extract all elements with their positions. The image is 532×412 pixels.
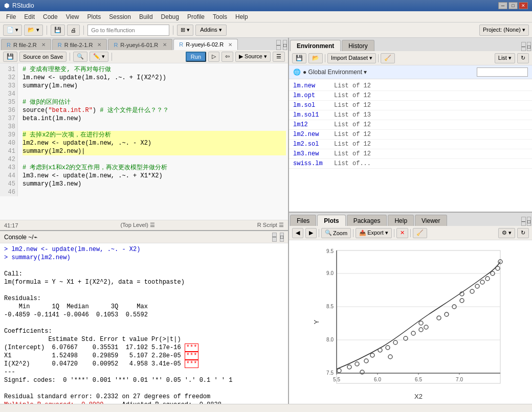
tab-environment[interactable]: Environment <box>290 40 341 51</box>
tab-close-2[interactable]: ✕ <box>97 42 101 48</box>
maximize-editor-button[interactable]: □ <box>283 40 287 50</box>
env-item-lm-sol[interactable]: lm.sol List of 12 <box>289 101 532 110</box>
broom-button[interactable]: 🧹 <box>413 228 427 238</box>
cursor-position: 41:17 <box>4 222 18 228</box>
run-button[interactable]: Run <box>186 52 206 62</box>
env-item-lm-opt[interactable]: lm.opt List of 12 <box>289 91 532 101</box>
menu-plots[interactable]: Plots <box>83 12 105 21</box>
env-tab-bar: Environment History ─ □ <box>289 38 532 51</box>
goto-input[interactable] <box>87 25 169 36</box>
env-item-lm2-sol[interactable]: lm2.sol List of 12 <box>289 140 532 149</box>
tab-rfile2-1[interactable]: R R file-2-1.R ✕ <box>52 39 107 50</box>
minimize-button[interactable]: ─ <box>498 2 507 9</box>
menu-help[interactable]: Help <box>231 12 252 21</box>
back-button[interactable]: ◀ <box>292 228 303 238</box>
code-editor[interactable]: 31323334353637383940414243444546 # 变成有理整… <box>0 63 288 220</box>
minimize-files-button[interactable]: ─ <box>521 217 526 226</box>
delete-plot-button[interactable]: ✕ <box>396 228 408 238</box>
tab-ryueyi-01[interactable]: R R-yueyi-6-01.R ✕ <box>108 39 172 50</box>
menu-edit[interactable]: Edit <box>20 12 39 21</box>
menu-code[interactable]: Code <box>39 12 62 21</box>
clear-env-button[interactable]: 🧹 <box>381 53 395 63</box>
tab-label-1: R file-2.R <box>13 42 37 48</box>
tab-history[interactable]: History <box>342 40 374 51</box>
console-residuals-header: Residuals: <box>4 294 284 303</box>
run-prev-button[interactable]: ⇦ <box>221 52 233 62</box>
minimize-editor-button[interactable]: ─ <box>276 40 281 50</box>
close-button[interactable]: ✕ <box>519 2 528 9</box>
maximize-env-button[interactable]: □ <box>527 42 531 51</box>
tab-files[interactable]: Files <box>290 215 316 226</box>
menu-debug[interactable]: Debug <box>157 12 183 21</box>
console-residuals-vals: -0.4859 -0.1141 -0.0046 0.1053 0.5592 <box>4 311 284 319</box>
tab-viewer[interactable]: Viewer <box>415 215 447 226</box>
run-next-button[interactable]: ▷ <box>208 52 219 62</box>
code-line-39: # 去掉x2的一次项，在进行分析 <box>23 131 286 139</box>
files-sep-2 <box>353 229 353 237</box>
toolbar-separator-2 <box>83 26 84 35</box>
menu-build[interactable]: Build <box>135 12 157 21</box>
menu-view[interactable]: View <box>62 12 83 21</box>
options-button[interactable]: ☰ <box>273 52 285 62</box>
console-formula: lm(formula = Y ~ X1 + I(X2^2), data = to… <box>4 278 284 286</box>
svg-text:6.5: 6.5 <box>415 377 422 382</box>
menu-session[interactable]: Session <box>105 12 135 21</box>
tab-close-3[interactable]: ✕ <box>163 42 167 48</box>
forward-button[interactable]: ▶ <box>305 228 317 238</box>
refresh-env-button[interactable]: ↻ <box>517 53 529 63</box>
save-button[interactable]: 💾 <box>51 25 65 36</box>
tab-packages[interactable]: Packages <box>347 215 387 226</box>
tab-rfile2[interactable]: R R file-2.R ✕ <box>1 39 51 50</box>
maximize-console-button[interactable]: □ <box>280 233 284 242</box>
env-item-lm2-new[interactable]: lm2.new List of 12 <box>289 130 532 140</box>
maximize-button[interactable]: □ <box>508 2 518 9</box>
console-body[interactable]: > lm2.new <- update(lm.new, .~. - X2) > … <box>0 243 288 404</box>
save-icon-button[interactable]: 💾 <box>3 52 17 62</box>
menu-file[interactable]: File <box>2 12 20 21</box>
search-button[interactable]: 🔍 <box>73 52 87 62</box>
edit-button[interactable]: ✏️ ▾ <box>90 52 108 62</box>
tab-ryueyi-02[interactable]: R R-yueyi-6-02.R ✕ <box>173 39 238 50</box>
grid-view-button[interactable]: ⊞ ▾ <box>177 25 193 36</box>
open-file-button[interactable]: 📂 ▾ <box>24 25 43 36</box>
files-sep-3 <box>394 229 394 237</box>
console-coef-intercept: (Intercept) 6.07667 0.35531 17.102 5.17e… <box>4 344 284 352</box>
env-item-swiss-lm[interactable]: swiss.lm List of... <box>289 159 532 169</box>
env-item-lm-new[interactable]: lm.new List of 12 <box>289 81 532 91</box>
console-blank-1 <box>4 262 284 270</box>
code-line-45: summary(lm3.new) <box>23 180 286 188</box>
global-env-label[interactable]: ● Global Environment ▾ <box>303 68 367 76</box>
env-item-lm3-new[interactable]: lm3.new List of 12 <box>289 149 532 159</box>
source-on-save-button[interactable]: Source on Save <box>19 52 66 62</box>
print-button[interactable]: 🖨 <box>67 25 80 36</box>
tab-close-4[interactable]: ✕ <box>228 42 232 48</box>
export-button[interactable]: 📤 Export ▾ <box>356 228 392 238</box>
tab-help[interactable]: Help <box>388 215 414 226</box>
env-item-lm12[interactable]: lm12 List of 12 <box>289 120 532 130</box>
env-item-lm-sol1[interactable]: lm.sol1 List of 13 <box>289 110 532 120</box>
code-content[interactable]: # 变成有理整变, 不再对每行做 lm.new <- update(lm.sol… <box>18 63 288 220</box>
import-dataset-button[interactable]: Import Dataset ▾ <box>327 53 376 63</box>
menu-profile[interactable]: Profile <box>183 12 209 21</box>
source-button[interactable]: ▶ Source ▾ <box>235 52 271 62</box>
zoom-button[interactable]: 🔍 Zoom <box>321 228 351 238</box>
maximize-files-button[interactable]: □ <box>527 217 531 226</box>
load-env-button[interactable]: 📂 <box>308 53 323 63</box>
tab-plots[interactable]: Plots <box>317 215 345 226</box>
addins-button[interactable]: Addins ▾ <box>195 25 227 36</box>
minimize-console-button[interactable]: ─ <box>272 233 277 242</box>
new-file-button[interactable]: 📄 ▾ <box>3 25 22 36</box>
minimize-env-button[interactable]: ─ <box>521 42 526 51</box>
titlebar-controls[interactable]: ─ □ ✕ <box>498 2 528 9</box>
list-view-button[interactable]: List ▾ <box>495 53 515 63</box>
refresh-plots-button[interactable]: ↻ <box>517 228 529 238</box>
project-button[interactable]: Project: (None) ▾ <box>479 25 529 36</box>
env-sep-2 <box>378 54 379 62</box>
code-line-42 <box>23 155 286 164</box>
plot-options-button[interactable]: ⚙ ▾ <box>498 228 515 238</box>
save-env-button[interactable]: 💾 <box>292 53 306 63</box>
menu-tools[interactable]: Tools <box>209 12 231 21</box>
svg-text:8.0: 8.0 <box>326 337 334 342</box>
tab-close-1[interactable]: ✕ <box>41 42 46 48</box>
env-search-input[interactable] <box>477 67 528 77</box>
